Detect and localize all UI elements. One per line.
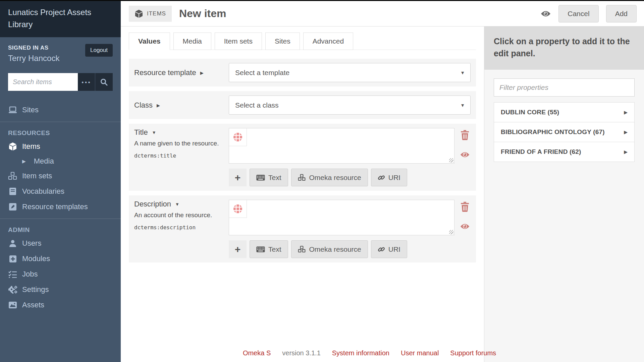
keyboard-icon — [256, 246, 265, 252]
add-button[interactable]: Add — [606, 5, 637, 22]
title-label[interactable]: Title▼ — [134, 128, 223, 137]
add-text-value-button[interactable]: Text — [250, 240, 288, 258]
user-manual-link[interactable]: User manual — [401, 349, 439, 357]
button-label: Text — [268, 174, 281, 182]
resource-template-row: Resource template▶ Select a template ▼ — [129, 59, 476, 86]
field-label-col: Class▶ — [134, 101, 229, 110]
caret-right-icon: ▶ — [157, 103, 160, 108]
sidebar-item-items[interactable]: Items — [0, 139, 121, 154]
button-label: Text — [268, 245, 281, 253]
version-label: version 3.1.1 — [282, 349, 321, 357]
resize-handle[interactable] — [449, 230, 453, 234]
cube-icon — [135, 9, 143, 18]
value-icons — [459, 200, 471, 235]
field-label-col: Description▼ An account of the resource.… — [134, 200, 229, 258]
button-label: URI — [388, 174, 400, 182]
caret-right-icon: ▶ — [624, 129, 628, 135]
tab-sites[interactable]: Sites — [265, 33, 300, 50]
value-icons — [459, 128, 471, 164]
sidebar-item-resource-templates[interactable]: Resource templates — [0, 199, 121, 215]
sidebar-item-users[interactable]: Users — [0, 236, 121, 251]
add-value-button[interactable]: + — [229, 240, 247, 258]
sidebar-item-label: Users — [22, 239, 41, 248]
filter-properties-input[interactable] — [494, 78, 635, 97]
textarea-wrap — [229, 200, 454, 235]
add-omeka-resource-button[interactable]: Omeka resource — [291, 169, 368, 186]
selected-value: Select a template — [235, 69, 289, 77]
tab-values[interactable]: Values — [129, 33, 170, 50]
value-row — [229, 200, 471, 235]
remove-value-trash-icon[interactable] — [461, 202, 469, 212]
sidebar-item-item-sets[interactable]: Item sets — [0, 168, 121, 184]
tabs-wrap: Values Media Item sets Sites Advanced — [129, 33, 476, 50]
footer: Omeka S version 3.1.1 System information… — [188, 345, 551, 362]
sidebar-item-label: Settings — [22, 285, 49, 294]
resource-template-select[interactable]: Select a template ▼ — [229, 63, 471, 82]
language-globe-icon[interactable] — [229, 128, 247, 146]
sidebar-item-label: Modules — [22, 254, 50, 263]
search-submit-button[interactable] — [95, 73, 113, 91]
caret-right-icon: ▶ — [200, 70, 204, 75]
visibility-eye-icon[interactable] — [540, 10, 551, 17]
caret-right-icon: ▶ — [22, 159, 26, 164]
resize-handle[interactable] — [449, 158, 453, 163]
resource-template-label: Resource template▶ — [134, 68, 204, 77]
main-body: Values Media Item sets Sites Advanced Re… — [121, 26, 644, 362]
support-forums-link[interactable]: Support forums — [450, 349, 496, 357]
sidebar-item-label: Resource templates — [22, 202, 88, 211]
add-uri-button[interactable]: URI — [371, 240, 407, 258]
tab-media[interactable]: Media — [173, 33, 211, 50]
property-selector-panel: Click on a property to add it to the edi… — [484, 26, 644, 362]
field-label-col: Resource template▶ — [134, 68, 229, 77]
sidebar-item-label: Sites — [22, 106, 39, 114]
sidebar-item-modules[interactable]: Modules — [0, 251, 121, 266]
cubes-icon — [298, 246, 306, 253]
value-visibility-eye-icon[interactable] — [460, 151, 470, 158]
sidebar-item-label: Jobs — [22, 270, 38, 279]
vocab-dublin-core[interactable]: DUBLIN CORE (55) ▶ — [494, 102, 635, 122]
add-text-value-button[interactable]: Text — [250, 169, 288, 186]
title-value-textarea[interactable] — [229, 128, 454, 164]
page: Lunatics Project Assets Library SIGNED I… — [0, 1, 644, 362]
sidebar-item-vocabularies[interactable]: Vocabularies — [0, 184, 121, 199]
sidebar-item-sites[interactable]: Sites — [0, 102, 121, 118]
logout-button[interactable]: Logout — [85, 44, 113, 57]
remove-value-trash-icon[interactable] — [461, 130, 469, 140]
link-icon — [378, 174, 385, 181]
tab-advanced[interactable]: Advanced — [303, 33, 353, 50]
search-icon — [100, 78, 108, 86]
advanced-search-button[interactable]: ●●● — [78, 73, 95, 91]
class-label: Class▶ — [134, 101, 160, 109]
sidebar-item-settings[interactable]: Settings — [0, 282, 121, 297]
site-title[interactable]: Lunatics Project Assets Library — [8, 6, 113, 31]
tab-item-sets[interactable]: Item sets — [215, 33, 262, 50]
button-label: Omeka resource — [309, 174, 361, 182]
class-select[interactable]: Select a class ▼ — [229, 96, 471, 115]
add-omeka-resource-button[interactable]: Omeka resource — [291, 240, 368, 258]
omeka-s-link[interactable]: Omeka S — [243, 349, 271, 357]
description-value-textarea[interactable] — [229, 200, 454, 235]
image-icon — [8, 301, 17, 309]
description-label[interactable]: Description▼ — [134, 200, 223, 208]
title-property-row: Title▼ A name given to the resource. dct… — [129, 124, 476, 191]
cube-icon — [8, 142, 17, 151]
value-visibility-eye-icon[interactable] — [460, 223, 470, 230]
panel-body: DUBLIN CORE (55) ▶ BIBLIOGRAPHIC ONTOLOG… — [484, 70, 644, 171]
caret-down-icon: ▼ — [460, 103, 465, 108]
link-icon — [378, 246, 385, 253]
vocab-friend-of-a-friend[interactable]: FRIEND OF A FRIEND (62) ▶ — [494, 142, 635, 162]
sidebar-item-assets[interactable]: Assets — [0, 297, 121, 313]
add-uri-button[interactable]: URI — [371, 169, 407, 186]
cancel-button[interactable]: Cancel — [558, 5, 598, 22]
vocab-bibliographic-ontology[interactable]: BIBLIOGRAPHIC ONTOLOGY (67) ▶ — [494, 122, 635, 142]
caret-down-icon: ▼ — [152, 130, 156, 135]
system-information-link[interactable]: System information — [332, 349, 389, 357]
selected-value: Select a class — [235, 101, 279, 109]
add-value-button[interactable]: + — [229, 169, 247, 186]
sidebar-item-media[interactable]: ▶ Media — [0, 154, 121, 168]
sidebar-item-jobs[interactable]: Jobs — [0, 266, 121, 282]
description-comment: An account of the resource. — [134, 212, 223, 219]
search-input[interactable] — [8, 73, 78, 91]
breadcrumb[interactable]: ITEMS — [129, 6, 172, 22]
language-globe-icon[interactable] — [229, 200, 247, 218]
